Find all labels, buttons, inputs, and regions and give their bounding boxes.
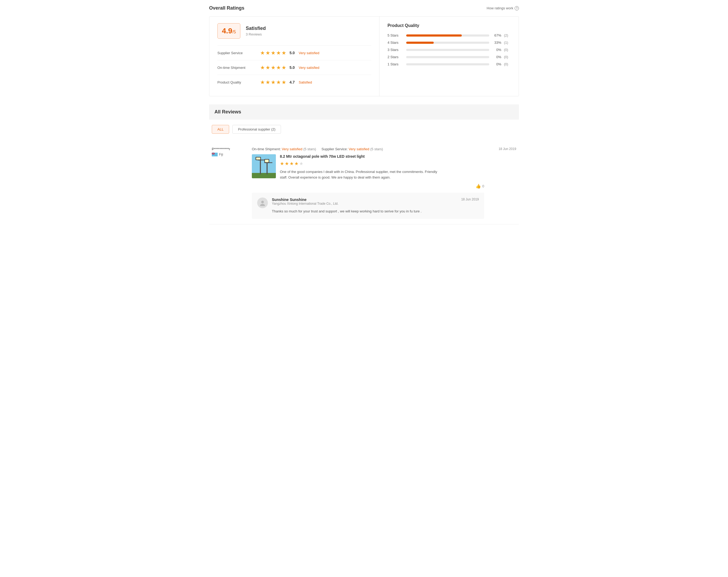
- review-text: One of the good companies I dealt with i…: [280, 169, 440, 181]
- category-shipment-label: On-time Shipment: [217, 66, 260, 70]
- meta-supplier: Supplier Service: Very satisfied (5 star…: [321, 147, 383, 151]
- bar-pct-2: 0%: [492, 55, 501, 59]
- review-meta: On-time Shipment: Very satisfied (5 star…: [252, 147, 484, 151]
- avatar-icon: [259, 200, 266, 206]
- bar-track-5: [406, 34, 489, 36]
- product-name: 8.2 Mtr octagonal pole with 70w LED stre…: [280, 154, 484, 159]
- product-star-3: ★: [289, 161, 294, 167]
- score-number: 4.9: [222, 27, 232, 35]
- rating-row-supplier: Supplier Service ★ ★ ★ ★ ★ 5.0 Very sati…: [217, 45, 371, 60]
- svg-rect-12: [260, 160, 261, 174]
- how-ratings-work-link[interactable]: How ratings work ?: [487, 6, 519, 10]
- bar-count-4: (1): [504, 40, 511, 45]
- meta-supplier-stars: (5 stars): [370, 147, 383, 151]
- product-star-4: ★: [294, 161, 298, 167]
- supplier-score: 5.0: [289, 51, 294, 55]
- seller-reply: Sunshine Sunshine Yangzhou Xintong Inter…: [252, 193, 484, 219]
- bar-label-5: 5 Stars: [388, 33, 404, 37]
- bar-pct-1: 0%: [492, 62, 501, 66]
- bar-row-1star: 1 Stars 0% (0): [388, 62, 511, 66]
- meta-supplier-label: Supplier Service:: [321, 147, 349, 151]
- review-details: On-time Shipment: Very satisfied (5 star…: [252, 147, 484, 219]
- product-thumbnail[interactable]: [252, 154, 276, 178]
- category-supplier-label: Supplier Service: [217, 51, 260, 55]
- product-section: 8.2 Mtr octagonal pole with 70w LED stre…: [252, 154, 484, 181]
- bar-count-5: (2): [504, 33, 511, 37]
- star-3: ★: [271, 64, 276, 71]
- bar-row-4stars: 4 Stars 33% (1): [388, 40, 511, 45]
- bar-count-2: (0): [504, 55, 511, 59]
- bar-label-4: 4 Stars: [388, 40, 404, 45]
- reviewer-name: P***********r: [212, 147, 246, 151]
- bar-label-3: 3 Stars: [388, 48, 404, 52]
- filter-professional-button[interactable]: Professional supplier (2): [232, 125, 281, 134]
- thumbs-count: 0: [482, 184, 484, 188]
- question-icon: ?: [515, 6, 519, 10]
- seller-reply-text: Thanks so much for your trust and suppor…: [272, 209, 479, 214]
- product-star-5: ★: [299, 161, 303, 167]
- svg-rect-16: [266, 162, 267, 174]
- bar-fill-4: [406, 42, 434, 44]
- star-5: ★: [282, 64, 286, 71]
- bar-row-2stars: 2 Stars 0% (0): [388, 55, 511, 59]
- rating-row-shipment: On-time Shipment ★ ★ ★ ★ ★ 5.0 Very sati…: [217, 60, 371, 75]
- star-1: ★: [260, 79, 265, 85]
- seller-name-block: Sunshine Sunshine Yangzhou Xintong Inter…: [272, 197, 338, 208]
- star-3: ★: [271, 79, 276, 85]
- star-2: ★: [265, 64, 270, 71]
- svg-rect-15: [256, 158, 260, 160]
- bar-label-1: 1 Stars: [388, 62, 404, 66]
- shipment-label: Very satisfied: [298, 66, 319, 70]
- bar-track-2: [406, 56, 489, 58]
- product-info: 8.2 Mtr octagonal pole with 70w LED stre…: [280, 154, 484, 181]
- bar-count-1: (0): [504, 62, 511, 66]
- score-denom: /5: [232, 30, 236, 34]
- meta-supplier-value: Very satisfied: [349, 147, 369, 151]
- thumbs-row: 👍 0: [252, 184, 484, 189]
- bar-pct-4: 33%: [492, 40, 501, 45]
- product-star-2: ★: [285, 161, 289, 167]
- meta-shipment-stars: (5 stars): [303, 147, 316, 151]
- star-3: ★: [271, 50, 276, 56]
- seller-reply-content: Sunshine Sunshine Yangzhou Xintong Inter…: [272, 197, 479, 214]
- score-label-group: Satisfied 3 Reviews: [246, 26, 266, 36]
- quality-stars: ★ ★ ★ ★ ★: [260, 79, 286, 85]
- how-ratings-work-text: How ratings work: [487, 6, 513, 10]
- bar-row-5stars: 5 Stars 67% (2): [388, 33, 511, 37]
- score-label: Satisfied: [246, 26, 266, 31]
- star-4: ★: [276, 64, 281, 71]
- thumbs-up-icon[interactable]: 👍: [476, 184, 481, 189]
- bar-pct-3: 0%: [492, 48, 501, 52]
- product-stars: ★ ★ ★ ★ ★: [280, 161, 484, 167]
- product-quality-title: Product Quality: [388, 23, 511, 28]
- all-reviews-header: All Reviews: [209, 104, 519, 119]
- meta-shipment-value: Very satisfied: [282, 147, 302, 151]
- fiji-flag-icon: [212, 153, 218, 156]
- ratings-left-panel: 4.9/5 Satisfied 3 Reviews Supplier Servi…: [209, 17, 380, 96]
- review-top: P***********r Fiji: [212, 147, 516, 219]
- quality-score: 4.7: [289, 80, 294, 84]
- bar-track-4: [406, 42, 489, 44]
- product-image-svg: [252, 154, 276, 178]
- star-5: ★: [282, 79, 286, 85]
- score-reviews: 3 Reviews: [246, 32, 266, 36]
- filter-buttons: ALL Professional supplier (2): [209, 125, 519, 134]
- product-star-1: ★: [280, 161, 284, 167]
- seller-company: Yangzhou Xintong International Trade Co.…: [272, 202, 338, 205]
- bar-track-1: [406, 63, 489, 65]
- star-1: ★: [260, 50, 265, 56]
- meta-shipment: On-time Shipment: Very satisfied (5 star…: [252, 147, 316, 151]
- svg-point-20: [261, 201, 264, 203]
- bar-pct-5: 67%: [492, 33, 501, 37]
- bar-label-2: 2 Stars: [388, 55, 404, 59]
- shipment-score: 5.0: [289, 65, 294, 70]
- star-4: ★: [276, 79, 281, 85]
- seller-name: Sunshine Sunshine: [272, 197, 338, 202]
- filter-all-button[interactable]: ALL: [212, 125, 229, 134]
- rating-row-quality: Product Quality ★ ★ ★ ★ ★ 4.7 Satisfied: [217, 75, 371, 89]
- ratings-content: 4.9/5 Satisfied 3 Reviews Supplier Servi…: [209, 16, 519, 97]
- shipment-stars: ★ ★ ★ ★ ★: [260, 64, 286, 71]
- star-1: ★: [260, 64, 265, 71]
- meta-shipment-label: On-time Shipment:: [252, 147, 282, 151]
- star-2: ★: [265, 79, 270, 85]
